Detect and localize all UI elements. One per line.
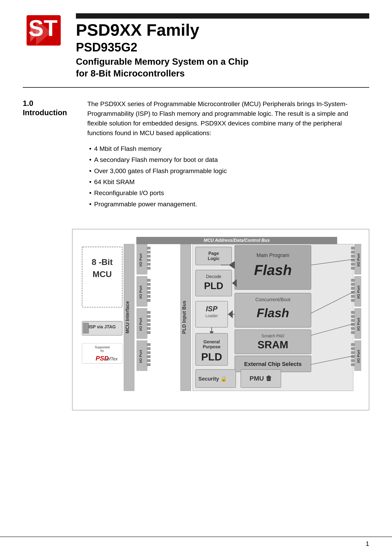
header-bar [76,13,369,19]
svg-rect-26 [147,267,151,270]
page-header: ST PSD9XX Family PSD935G2 Configurable M… [0,0,392,87]
svg-rect-93 [351,251,355,253]
svg-rect-46 [147,347,151,350]
svg-rect-31 [147,287,151,290]
svg-text:MCU Interface: MCU Interface [125,301,130,334]
svg-text:Flash: Flash [254,262,292,278]
svg-text:by: by [101,349,104,353]
svg-rect-96 [351,263,355,266]
svg-rect-32 [147,291,151,294]
chip-diagram-container: MCU Address/Data/Control Bus 8 -Bit MCU … [72,229,369,410]
svg-text:Supported: Supported [95,346,109,349]
svg-text:Flash: Flash [257,306,289,320]
svg-rect-39 [147,319,151,322]
svg-rect-92 [351,247,355,249]
svg-rect-100 [351,279,355,281]
svg-rect-29 [147,279,151,281]
svg-text:External Chip Selects: External Chip Selects [244,361,302,367]
intro-text: The PSD9XX series of Programmable Microc… [87,99,369,138]
list-item: 4 Mbit of Flash memory [87,144,369,154]
svg-text:I/O Port: I/O Port [139,318,143,331]
svg-text:Loader: Loader [205,314,218,318]
svg-rect-110 [351,319,355,322]
svg-rect-113 [351,331,355,334]
svg-rect-120 [351,359,355,362]
svg-rect-30 [147,283,151,286]
svg-rect-108 [351,311,355,314]
svg-rect-94 [351,255,355,257]
logo-area: ST [23,11,65,49]
svg-rect-102 [351,287,355,290]
svg-text:Decode: Decode [206,274,221,279]
svg-text:Purpose: Purpose [203,344,220,350]
svg-text:sofTex: sofTex [105,357,118,361]
st-logo: ST [25,13,63,47]
svg-rect-45 [147,343,151,346]
svg-rect-105 [351,299,355,302]
svg-text:Logic: Logic [208,256,219,261]
svg-text:PMU 🗑: PMU 🗑 [249,375,272,382]
list-item: A secondary Flash memory for boot or dat… [87,154,369,165]
content-area: 1.0 Introduction The PSD9XX series of Pr… [0,88,392,221]
svg-text:I/O Port: I/O Port [356,285,361,299]
list-item: 64 Kbit SRAM [87,177,369,187]
svg-rect-117 [351,347,355,350]
list-item: Reconfigurable I/O ports [87,188,369,198]
svg-rect-109 [351,315,355,318]
svg-text:PLD: PLD [201,351,222,363]
svg-text:MCU: MCU [93,270,112,279]
svg-text:PLD: PLD [204,280,223,291]
svg-rect-11 [83,323,89,333]
page-number: 1 [366,540,369,548]
svg-rect-97 [351,267,355,270]
svg-text:ISP: ISP [206,305,218,313]
svg-rect-48 [147,356,151,358]
svg-text:ISP via JTAG: ISP via JTAG [89,324,116,329]
page-footer: 1 [0,537,392,548]
svg-rect-23 [147,255,151,257]
svg-rect-112 [351,327,355,330]
section-label: 1.0 Introduction [23,99,72,210]
svg-rect-50 [147,364,151,366]
product-model: PSD935G2 [76,40,369,54]
svg-rect-101 [351,283,355,286]
section-number: 1.0 [23,99,72,108]
svg-text:I/O Port: I/O Port [139,285,143,299]
svg-text:Security 🔒: Security 🔒 [198,376,227,382]
svg-text:8 -Bit: 8 -Bit [92,257,113,267]
svg-rect-21 [147,247,151,249]
bullet-list: 4 Mbit of Flash memory A secondary Flash… [87,144,369,209]
svg-text:I/O Port: I/O Port [356,253,361,266]
svg-rect-33 [147,295,151,298]
section-content: The PSD9XX series of Programmable Microc… [87,99,369,210]
svg-text:General: General [203,339,220,344]
svg-text:Main Program: Main Program [256,252,289,258]
svg-text:Page: Page [208,251,219,256]
svg-rect-40 [147,323,151,326]
svg-rect-49 [147,359,151,362]
svg-rect-118 [351,351,355,354]
svg-rect-38 [147,315,151,318]
svg-text:Concurrent/Boot: Concurrent/Boot [255,297,290,302]
section-title: Introduction [23,108,67,117]
svg-rect-42 [147,331,151,334]
svg-rect-41 [147,327,151,330]
svg-rect-104 [351,295,355,298]
svg-rect-37 [147,311,151,314]
svg-rect-22 [147,251,151,253]
list-item: Programmable power management. [87,199,369,209]
chip-diagram-svg: MCU Address/Data/Control Bus 8 -Bit MCU … [80,237,361,402]
svg-text:PLD Input Bus: PLD Input Bus [181,301,187,334]
svg-text:SRAM: SRAM [257,339,288,351]
svg-rect-47 [147,351,151,354]
title-area: PSD9XX Family PSD935G2 Configurable Memo… [76,11,369,80]
svg-text:Scratch PAD: Scratch PAD [261,334,284,338]
svg-rect-121 [351,364,355,366]
svg-text:I/O Port: I/O Port [356,350,361,363]
svg-rect-34 [147,299,151,302]
svg-rect-116 [351,343,355,346]
svg-text:I/O Port: I/O Port [356,318,361,331]
svg-text:I/O Port: I/O Port [139,253,143,266]
svg-rect-24 [147,259,151,262]
svg-rect-25 [147,263,151,266]
